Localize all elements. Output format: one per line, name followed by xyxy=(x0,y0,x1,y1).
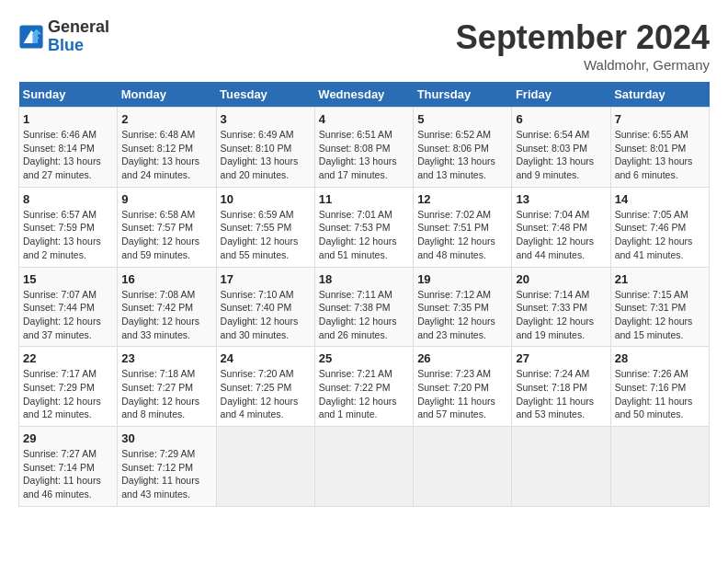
day-info: Sunrise: 6:51 AMSunset: 8:08 PMDaylight:… xyxy=(319,129,397,180)
day-info: Sunrise: 7:17 AMSunset: 7:29 PMDaylight:… xyxy=(23,368,101,419)
day-cell: 17Sunrise: 7:10 AMSunset: 7:40 PMDayligh… xyxy=(216,267,314,347)
day-info: Sunrise: 7:27 AMSunset: 7:14 PMDaylight:… xyxy=(23,448,101,500)
day-info: Sunrise: 7:04 AMSunset: 7:48 PMDaylight:… xyxy=(516,209,594,260)
title-block: September 2024 Waldmohr, Germany xyxy=(456,18,710,73)
day-number: 8 xyxy=(23,192,113,206)
day-number: 13 xyxy=(516,192,606,206)
empty-cell xyxy=(216,427,314,507)
day-number: 4 xyxy=(319,112,409,126)
col-monday: Monday xyxy=(118,82,216,108)
col-friday: Friday xyxy=(512,82,610,108)
day-info: Sunrise: 7:05 AMSunset: 7:46 PMDaylight:… xyxy=(615,209,693,260)
day-cell: 20Sunrise: 7:14 AMSunset: 7:33 PMDayligh… xyxy=(512,267,610,347)
day-number: 3 xyxy=(221,112,311,126)
day-cell: 6Sunrise: 6:54 AMSunset: 8:03 PMDaylight… xyxy=(512,108,610,188)
day-cell: 12Sunrise: 7:02 AMSunset: 7:51 PMDayligh… xyxy=(414,187,512,267)
day-cell: 9Sunrise: 6:58 AMSunset: 7:57 PMDaylight… xyxy=(118,187,216,267)
day-info: Sunrise: 7:18 AMSunset: 7:27 PMDaylight:… xyxy=(121,368,199,419)
day-cell: 8Sunrise: 6:57 AMSunset: 7:59 PMDaylight… xyxy=(19,187,118,267)
calendar-body: 1Sunrise: 6:46 AMSunset: 8:14 PMDaylight… xyxy=(19,108,710,507)
day-cell: 28Sunrise: 7:26 AMSunset: 7:16 PMDayligh… xyxy=(610,347,709,427)
day-cell: 3Sunrise: 6:49 AMSunset: 8:10 PMDaylight… xyxy=(216,108,314,188)
day-number: 27 xyxy=(516,351,606,365)
day-number: 14 xyxy=(615,192,705,206)
logo-line1: General xyxy=(48,18,109,37)
month-title: September 2024 xyxy=(456,18,710,57)
day-cell: 1Sunrise: 6:46 AMSunset: 8:14 PMDaylight… xyxy=(19,108,118,188)
day-number: 25 xyxy=(319,351,409,365)
day-cell: 23Sunrise: 7:18 AMSunset: 7:27 PMDayligh… xyxy=(118,347,216,427)
day-info: Sunrise: 7:15 AMSunset: 7:31 PMDaylight:… xyxy=(615,289,693,340)
col-thursday: Thursday xyxy=(414,82,512,108)
day-cell: 26Sunrise: 7:23 AMSunset: 7:20 PMDayligh… xyxy=(414,347,512,427)
calendar-row: 15Sunrise: 7:07 AMSunset: 7:44 PMDayligh… xyxy=(19,267,710,347)
day-cell: 4Sunrise: 6:51 AMSunset: 8:08 PMDaylight… xyxy=(314,108,413,188)
day-cell: 29Sunrise: 7:27 AMSunset: 7:14 PMDayligh… xyxy=(19,427,118,507)
day-cell: 14Sunrise: 7:05 AMSunset: 7:46 PMDayligh… xyxy=(610,187,709,267)
day-number: 23 xyxy=(121,351,211,365)
day-info: Sunrise: 7:20 AMSunset: 7:25 PMDaylight:… xyxy=(221,368,299,419)
page-header: General Blue September 2024 Waldmohr, Ge… xyxy=(18,18,710,73)
col-tuesday: Tuesday xyxy=(216,82,314,108)
empty-cell xyxy=(414,427,512,507)
day-number: 29 xyxy=(23,431,113,445)
day-info: Sunrise: 7:01 AMSunset: 7:53 PMDaylight:… xyxy=(319,209,397,260)
day-number: 15 xyxy=(23,272,113,286)
day-number: 19 xyxy=(417,272,507,286)
day-info: Sunrise: 6:48 AMSunset: 8:12 PMDaylight:… xyxy=(121,129,199,180)
day-number: 30 xyxy=(121,431,211,445)
day-cell: 15Sunrise: 7:07 AMSunset: 7:44 PMDayligh… xyxy=(19,267,118,347)
empty-cell xyxy=(512,427,610,507)
location: Waldmohr, Germany xyxy=(456,57,710,73)
day-number: 17 xyxy=(221,272,311,286)
day-cell: 18Sunrise: 7:11 AMSunset: 7:38 PMDayligh… xyxy=(314,267,413,347)
day-number: 10 xyxy=(221,192,311,206)
calendar-row: 22Sunrise: 7:17 AMSunset: 7:29 PMDayligh… xyxy=(19,347,710,427)
day-info: Sunrise: 7:08 AMSunset: 7:42 PMDaylight:… xyxy=(121,289,199,340)
day-number: 20 xyxy=(516,272,606,286)
day-number: 22 xyxy=(23,351,113,365)
empty-cell xyxy=(314,427,413,507)
day-cell: 22Sunrise: 7:17 AMSunset: 7:29 PMDayligh… xyxy=(19,347,118,427)
col-sunday: Sunday xyxy=(19,82,118,108)
day-info: Sunrise: 6:55 AMSunset: 8:01 PMDaylight:… xyxy=(615,129,693,180)
day-info: Sunrise: 6:52 AMSunset: 8:06 PMDaylight:… xyxy=(417,129,495,180)
day-number: 1 xyxy=(23,112,113,126)
header-row: Sunday Monday Tuesday Wednesday Thursday… xyxy=(19,82,710,108)
day-info: Sunrise: 6:54 AMSunset: 8:03 PMDaylight:… xyxy=(516,129,594,180)
col-wednesday: Wednesday xyxy=(314,82,413,108)
day-cell: 7Sunrise: 6:55 AMSunset: 8:01 PMDaylight… xyxy=(610,108,709,188)
day-cell: 2Sunrise: 6:48 AMSunset: 8:12 PMDaylight… xyxy=(118,108,216,188)
day-number: 28 xyxy=(615,351,705,365)
day-number: 21 xyxy=(615,272,705,286)
day-number: 12 xyxy=(417,192,507,206)
day-cell: 10Sunrise: 6:59 AMSunset: 7:55 PMDayligh… xyxy=(216,187,314,267)
calendar-row: 29Sunrise: 7:27 AMSunset: 7:14 PMDayligh… xyxy=(19,427,710,507)
day-info: Sunrise: 7:11 AMSunset: 7:38 PMDaylight:… xyxy=(319,289,397,340)
day-cell: 11Sunrise: 7:01 AMSunset: 7:53 PMDayligh… xyxy=(314,187,413,267)
day-cell: 13Sunrise: 7:04 AMSunset: 7:48 PMDayligh… xyxy=(512,187,610,267)
day-info: Sunrise: 6:49 AMSunset: 8:10 PMDaylight:… xyxy=(221,129,299,180)
day-info: Sunrise: 7:26 AMSunset: 7:16 PMDaylight:… xyxy=(615,368,693,419)
day-number: 11 xyxy=(319,192,409,206)
empty-cell xyxy=(610,427,709,507)
day-info: Sunrise: 7:21 AMSunset: 7:22 PMDaylight:… xyxy=(319,368,397,419)
day-info: Sunrise: 7:07 AMSunset: 7:44 PMDaylight:… xyxy=(23,289,101,340)
day-number: 24 xyxy=(221,351,311,365)
day-number: 7 xyxy=(615,112,705,126)
calendar-row: 1Sunrise: 6:46 AMSunset: 8:14 PMDaylight… xyxy=(19,108,710,188)
day-cell: 27Sunrise: 7:24 AMSunset: 7:18 PMDayligh… xyxy=(512,347,610,427)
day-info: Sunrise: 7:02 AMSunset: 7:51 PMDaylight:… xyxy=(417,209,495,260)
day-number: 16 xyxy=(121,272,211,286)
day-number: 6 xyxy=(516,112,606,126)
logo-line2: Blue xyxy=(48,37,109,55)
day-cell: 25Sunrise: 7:21 AMSunset: 7:22 PMDayligh… xyxy=(314,347,413,427)
day-info: Sunrise: 7:23 AMSunset: 7:20 PMDaylight:… xyxy=(417,368,495,419)
day-number: 5 xyxy=(417,112,507,126)
day-info: Sunrise: 6:46 AMSunset: 8:14 PMDaylight:… xyxy=(23,129,101,180)
day-cell: 30Sunrise: 7:29 AMSunset: 7:12 PMDayligh… xyxy=(118,427,216,507)
day-cell: 24Sunrise: 7:20 AMSunset: 7:25 PMDayligh… xyxy=(216,347,314,427)
day-info: Sunrise: 7:12 AMSunset: 7:35 PMDaylight:… xyxy=(417,289,495,340)
day-cell: 21Sunrise: 7:15 AMSunset: 7:31 PMDayligh… xyxy=(610,267,709,347)
day-info: Sunrise: 6:58 AMSunset: 7:57 PMDaylight:… xyxy=(121,209,199,260)
